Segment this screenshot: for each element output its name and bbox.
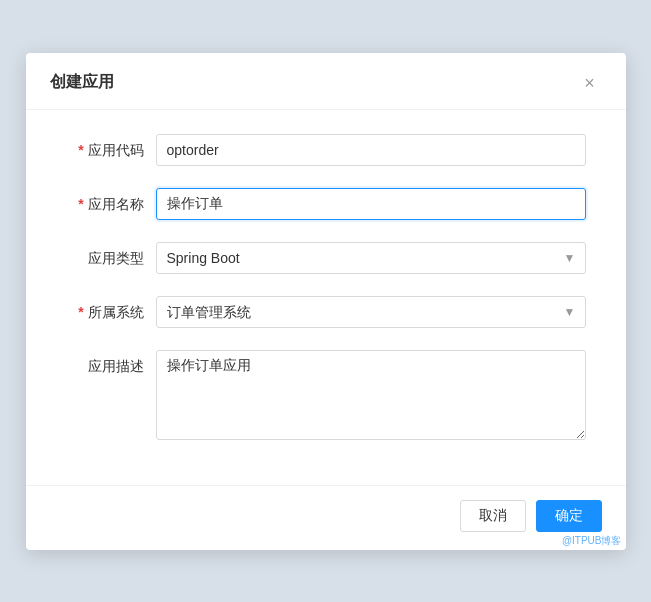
- desc-label: 应用描述: [66, 350, 156, 382]
- dialog-title: 创建应用: [50, 72, 114, 93]
- dialog-body: 应用代码 应用名称 应用类型 Spring Boot: [26, 110, 626, 485]
- app-type-label: 应用类型: [66, 242, 156, 274]
- cancel-button[interactable]: 取消: [460, 500, 526, 532]
- system-wrapper: 订单管理系统 用户管理系统 库存管理系统 ▼: [156, 296, 586, 328]
- form-row-app-name: 应用名称: [66, 188, 586, 220]
- close-button[interactable]: ×: [578, 71, 602, 95]
- app-name-label: 应用名称: [66, 188, 156, 220]
- dialog-header: 创建应用 ×: [26, 53, 626, 110]
- form-row-app-code: 应用代码: [66, 134, 586, 166]
- form-row-desc: 应用描述 操作订单应用: [66, 350, 586, 443]
- watermark: @ITPUB博客: [558, 532, 626, 550]
- form-row-app-type: 应用类型 Spring Boot Spring MVC Node.js 其他 ▼: [66, 242, 586, 274]
- app-type-select[interactable]: Spring Boot Spring MVC Node.js 其他: [156, 242, 586, 274]
- create-app-dialog: 创建应用 × 应用代码 应用名称 应用类型: [26, 53, 626, 550]
- system-select-wrapper: 订单管理系统 用户管理系统 库存管理系统 ▼: [156, 296, 586, 328]
- system-select[interactable]: 订单管理系统 用户管理系统 库存管理系统: [156, 296, 586, 328]
- app-name-input[interactable]: [156, 188, 586, 220]
- app-name-wrapper: [156, 188, 586, 220]
- confirm-button[interactable]: 确定: [536, 500, 602, 532]
- form-row-system: 所属系统 订单管理系统 用户管理系统 库存管理系统 ▼: [66, 296, 586, 328]
- desc-textarea[interactable]: 操作订单应用: [156, 350, 586, 440]
- app-type-wrapper: Spring Boot Spring MVC Node.js 其他 ▼: [156, 242, 586, 274]
- dialog-overlay: 创建应用 × 应用代码 应用名称 应用类型: [0, 0, 651, 602]
- system-label: 所属系统: [66, 296, 156, 328]
- app-code-label: 应用代码: [66, 134, 156, 166]
- desc-wrapper: 操作订单应用: [156, 350, 586, 443]
- dialog-footer: 取消 确定: [26, 485, 626, 550]
- app-code-input[interactable]: [156, 134, 586, 166]
- app-code-wrapper: [156, 134, 586, 166]
- app-type-select-wrapper: Spring Boot Spring MVC Node.js 其他 ▼: [156, 242, 586, 274]
